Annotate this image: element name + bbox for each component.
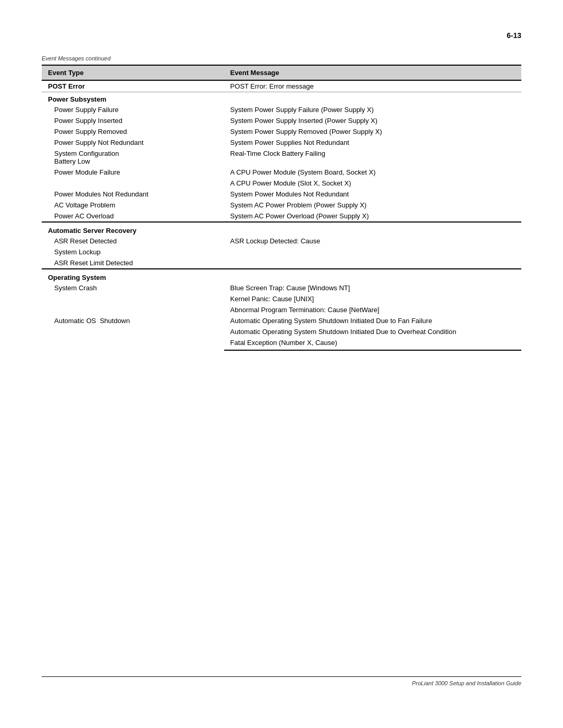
footer: ProLiant 3000 Setup and Installation Gui… [42,676,521,686]
table-row: Power Modules Not Redundant System Power… [42,189,521,200]
footer-text: ProLiant 3000 Setup and Installation Gui… [412,680,521,686]
table-row: ASR Reset Detected ASR Lockup Detected: … [42,236,521,246]
event-type-cell: Power Modules Not Redundant [42,189,224,200]
table-row: System Crash Blue Screen Trap: Cause [Wi… [42,282,521,293]
event-type-cell: ASR Reset Limit Detected [42,257,224,269]
col-header-event-type: Event Type [42,65,224,80]
table-row: Power Supply Not Redundant System Power … [42,137,521,148]
table-row: Power AC Overload System AC Power Overlo… [42,211,521,222]
event-type-cell: Power Supply Failure [42,104,224,115]
event-type-cell: Power Supply Inserted [42,115,224,126]
event-message-cell: System AC Power Problem (Power Supply X) [224,200,521,211]
page-container: 6-13 Event Messages continued Event Type… [0,0,563,728]
table-row: Operating System [42,269,521,282]
event-table: Event Type Event Message POST Error POST… [42,65,521,351]
table-row: Power Supply Failure System Power Supply… [42,104,521,115]
event-type-cell: System Crash [42,282,224,315]
section-header-cell: Automatic Server Recovery [42,222,521,236]
event-message-cell: A CPU Power Module (Slot X, Socket X) [224,178,521,189]
table-row: ASR Reset Limit Detected [42,257,521,269]
event-message-cell: System Power Supply Inserted (Power Supp… [224,115,521,126]
table-row: Power Supply Inserted System Power Suppl… [42,115,521,126]
event-message-cell [224,257,521,269]
table-row: Power Module Failure A CPU Power Module … [42,167,521,178]
event-message-cell: System Power Modules Not Redundant [224,189,521,200]
table-row: System Lockup [42,246,521,257]
table-row: Automatic OS Shutdown Automatic Operatin… [42,315,521,326]
event-message-cell: System Power Supply Removed (Power Suppl… [224,126,521,137]
event-type-cell: POST Error [42,80,224,92]
event-message-cell: Real-Time Clock Battery Failing [224,148,521,167]
table-row: Automatic Server Recovery [42,222,521,236]
event-message-cell: A CPU Power Module (System Board, Socket… [224,167,521,178]
event-message-cell: Automatic Operating System Shutdown Init… [224,315,521,326]
event-message-cell: POST Error: Error message [224,80,521,92]
event-type-cell: ASR Reset Detected [42,236,224,246]
event-message-cell: System Power Supplies Not Redundant [224,137,521,148]
event-type-cell: Power Supply Removed [42,126,224,137]
table-row: AC Voltage Problem System AC Power Probl… [42,200,521,211]
event-type-cell: Power Module Failure [42,167,224,189]
event-type-cell: System Lockup [42,246,224,257]
event-message-cell: System AC Power Overload (Power Supply X… [224,211,521,222]
section-label: Event Messages continued [42,55,521,61]
page-number: 6-13 [42,31,521,40]
table-row: Power Subsystem [42,92,521,105]
event-type-cell: Power AC Overload [42,211,224,222]
event-message-cell: Abnormal Program Termination: Cause [Net… [224,304,521,315]
event-message-cell: Kernel Panic: Cause [UNIX] [224,293,521,304]
event-type-cell: AC Voltage Problem [42,200,224,211]
section-header-cell: Operating System [42,269,521,282]
table-row: Power Supply Removed System Power Supply… [42,126,521,137]
event-message-cell: Blue Screen Trap: Cause [Windows NT] [224,282,521,293]
event-message-cell: Fatal Exception (Number X, Cause) [224,337,521,350]
event-type-cell: Automatic OS Shutdown [42,315,224,350]
event-message-cell: System Power Supply Failure (Power Suppl… [224,104,521,115]
event-message-cell [224,246,521,257]
event-type-cell: Power Supply Not Redundant [42,137,224,148]
col-header-event-message: Event Message [224,65,521,80]
event-type-cell: System Configuration Battery Low [42,148,224,167]
event-message-cell: ASR Lockup Detected: Cause [224,236,521,246]
section-header-cell: Power Subsystem [42,92,521,105]
event-message-cell: Automatic Operating System Shutdown Init… [224,326,521,337]
table-row: POST Error POST Error: Error message [42,80,521,92]
table-row: System Configuration Battery Low Real-Ti… [42,148,521,167]
